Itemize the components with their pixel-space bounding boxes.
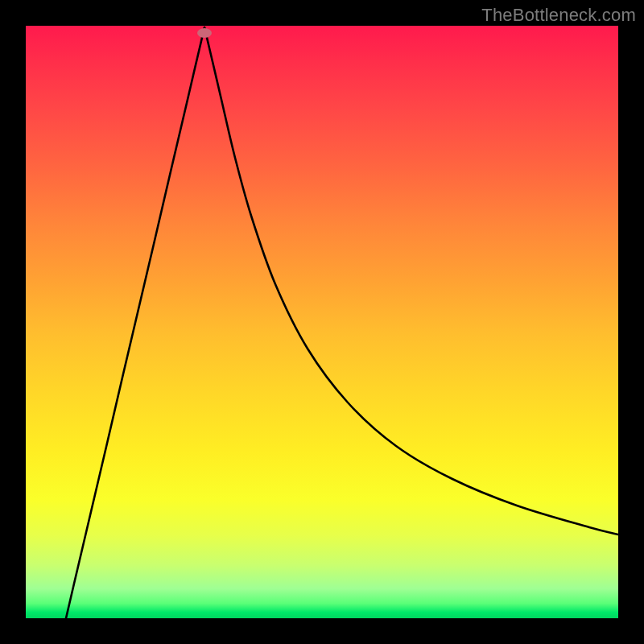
curve-layer	[26, 26, 618, 618]
chart-frame: TheBottleneck.com	[0, 0, 644, 644]
watermark-text: TheBottleneck.com	[481, 5, 636, 26]
plot-area	[26, 26, 618, 618]
bottleneck-left-line	[66, 27, 204, 618]
bottleneck-right-curve	[204, 27, 618, 535]
min-marker	[197, 28, 212, 38]
